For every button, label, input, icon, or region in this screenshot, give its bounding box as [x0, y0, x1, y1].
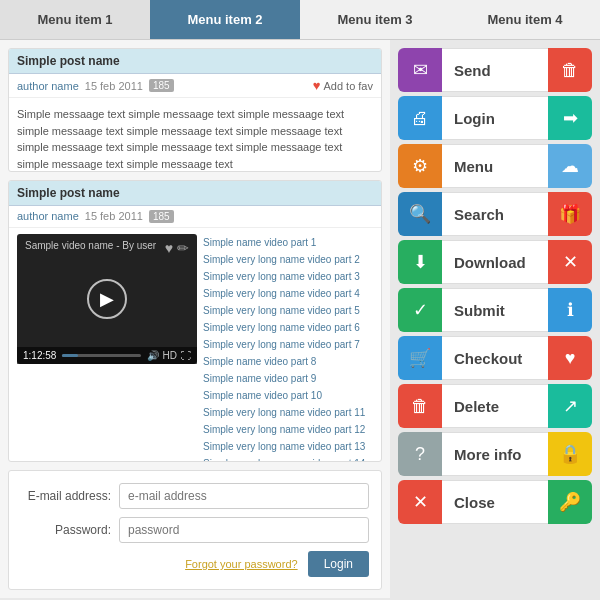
date-1: 15 feb 2011	[85, 80, 143, 92]
btn-action-9[interactable]: 🔑	[548, 480, 592, 524]
right-panel: ✉ Send 🗑 🖨 Login ➡ ⚙ Menu ☁ 🔍	[390, 40, 600, 598]
btn-label-9[interactable]: Close	[442, 480, 548, 524]
progress-bar[interactable]	[62, 354, 140, 357]
btn-action-1[interactable]: ➡	[548, 96, 592, 140]
btn-row-search[interactable]: 🔍 Search 🎁	[398, 192, 592, 236]
post-title-2: Simple post name	[9, 181, 381, 206]
btn-action-7[interactable]: ↗	[548, 384, 592, 428]
btn-icon-9: ✕	[398, 480, 442, 524]
btn-action-8[interactable]: 🔒	[548, 432, 592, 476]
btn-label-4[interactable]: Download	[442, 240, 548, 284]
btn-label-7[interactable]: Delete	[442, 384, 548, 428]
video-list-item[interactable]: Simple name video part 1	[203, 234, 373, 251]
heart-icon: ♥	[313, 78, 321, 93]
count-2: 185	[149, 210, 174, 223]
btn-icon-5: ✓	[398, 288, 442, 332]
btn-row-delete[interactable]: 🗑 Delete ↗	[398, 384, 592, 428]
btn-row-menu[interactable]: ⚙ Menu ☁	[398, 144, 592, 188]
btn-icon-8: ?	[398, 432, 442, 476]
video-list-item[interactable]: Simple very long name video part 3	[203, 268, 373, 285]
btn-action-4[interactable]: ✕	[548, 240, 592, 284]
video-list: Simple name video part 1Simple very long…	[203, 234, 373, 462]
video-list-item[interactable]: Simple name video part 8	[203, 353, 373, 370]
btn-row-send[interactable]: ✉ Send 🗑	[398, 48, 592, 92]
btn-row-login[interactable]: 🖨 Login ➡	[398, 96, 592, 140]
top-menu: Menu item 1 Menu item 2 Menu item 3 Menu…	[0, 0, 600, 40]
video-list-item[interactable]: Simple very long name video part 4	[203, 285, 373, 302]
login-card: E-mail address: Password: Forgot your pa…	[8, 470, 382, 590]
fullscreen-icon[interactable]: ⛶	[181, 350, 191, 361]
btn-action-2[interactable]: ☁	[548, 144, 592, 188]
btn-icon-6: 🛒	[398, 336, 442, 380]
video-icons: ♥ ✏	[165, 240, 189, 256]
menu-item-4[interactable]: Menu item 4	[450, 0, 600, 39]
video-list-item[interactable]: Simple very long name video part 5	[203, 302, 373, 319]
btn-icon-1: 🖨	[398, 96, 442, 140]
video-list-item[interactable]: Simple very long name video part 7	[203, 336, 373, 353]
menu-item-1[interactable]: Menu item 1	[0, 0, 150, 39]
video-controls: 1:12:58 🔊 HD ⛶	[17, 347, 197, 364]
volume-icon[interactable]: 🔊	[147, 350, 159, 361]
btn-label-1[interactable]: Login	[442, 96, 548, 140]
left-panel: Simple post name author name 15 feb 2011…	[0, 40, 390, 598]
btn-label-6[interactable]: Checkout	[442, 336, 548, 380]
video-list-item[interactable]: Simple very long name video part 2	[203, 251, 373, 268]
hd-label: HD	[163, 350, 177, 361]
btn-icon-3: 🔍	[398, 192, 442, 236]
video-right-controls: 🔊 HD ⛶	[147, 350, 191, 361]
btn-icon-7: 🗑	[398, 384, 442, 428]
post-card-2: Simple post name author name 15 feb 2011…	[8, 180, 382, 462]
time-label: 1:12:58	[23, 350, 56, 361]
video-list-item[interactable]: Simple name video part 9	[203, 370, 373, 387]
count-1: 185	[149, 79, 174, 92]
author-2[interactable]: author name	[17, 210, 79, 222]
btn-action-3[interactable]: 🎁	[548, 192, 592, 236]
author-1[interactable]: author name	[17, 80, 79, 92]
video-list-item[interactable]: Simple very long name video part 12	[203, 421, 373, 438]
video-list-item[interactable]: Simple name video part 10	[203, 387, 373, 404]
btn-action-5[interactable]: ℹ	[548, 288, 592, 332]
video-list-item[interactable]: Simple very long name video part 6	[203, 319, 373, 336]
btn-row-checkout[interactable]: 🛒 Checkout ♥	[398, 336, 592, 380]
video-list-item[interactable]: Simple very long name video part 14	[203, 455, 373, 462]
btn-row-submit[interactable]: ✓ Submit ℹ	[398, 288, 592, 332]
password-row: Password:	[21, 517, 369, 543]
video-list-item[interactable]: Simple very long name video part 13	[203, 438, 373, 455]
play-button[interactable]: ▶	[87, 279, 127, 319]
menu-item-3[interactable]: Menu item 3	[300, 0, 450, 39]
post-body-1: Simple messaage text simple messaage tex…	[9, 98, 381, 172]
login-button[interactable]: Login	[308, 551, 369, 577]
post-title-1: Simple post name	[9, 49, 381, 74]
video-list-item[interactable]: Simple very long name video part 11	[203, 404, 373, 421]
btn-label-8[interactable]: More info	[442, 432, 548, 476]
forgot-password-link[interactable]: Forgot your password?	[185, 558, 298, 570]
password-input[interactable]	[119, 517, 369, 543]
post-card-1: Simple post name author name 15 feb 2011…	[8, 48, 382, 172]
email-input[interactable]	[119, 483, 369, 509]
btn-label-2[interactable]: Menu	[442, 144, 548, 188]
post-meta-1: author name 15 feb 2011 185 ♥ Add to fav	[9, 74, 381, 98]
btn-label-3[interactable]: Search	[442, 192, 548, 236]
progress-fill	[62, 354, 78, 357]
btn-label-5[interactable]: Submit	[442, 288, 548, 332]
menu-item-2[interactable]: Menu item 2	[150, 0, 300, 39]
video-post-body: Sample video name - By user ♥ ✏ ▶ 1:12:5…	[9, 228, 381, 462]
email-row: E-mail address:	[21, 483, 369, 509]
form-actions: Forgot your password? Login	[21, 551, 369, 577]
video-player[interactable]: Sample video name - By user ♥ ✏ ▶ 1:12:5…	[17, 234, 197, 364]
btn-row-more-info[interactable]: ? More info 🔒	[398, 432, 592, 476]
btn-icon-0: ✉	[398, 48, 442, 92]
video-title: Sample video name - By user	[25, 240, 156, 251]
edit-icon[interactable]: ✏	[177, 240, 189, 256]
favorite-icon[interactable]: ♥	[165, 240, 173, 256]
btn-action-0[interactable]: 🗑	[548, 48, 592, 92]
btn-row-download[interactable]: ⬇ Download ✕	[398, 240, 592, 284]
btn-action-6[interactable]: ♥	[548, 336, 592, 380]
btn-row-close[interactable]: ✕ Close 🔑	[398, 480, 592, 524]
btn-icon-4: ⬇	[398, 240, 442, 284]
main-layout: Simple post name author name 15 feb 2011…	[0, 40, 600, 598]
add-to-fav-1[interactable]: ♥ Add to fav	[313, 78, 373, 93]
password-label: Password:	[21, 523, 111, 537]
date-2: 15 feb 2011	[85, 210, 143, 222]
btn-label-0[interactable]: Send	[442, 48, 548, 92]
